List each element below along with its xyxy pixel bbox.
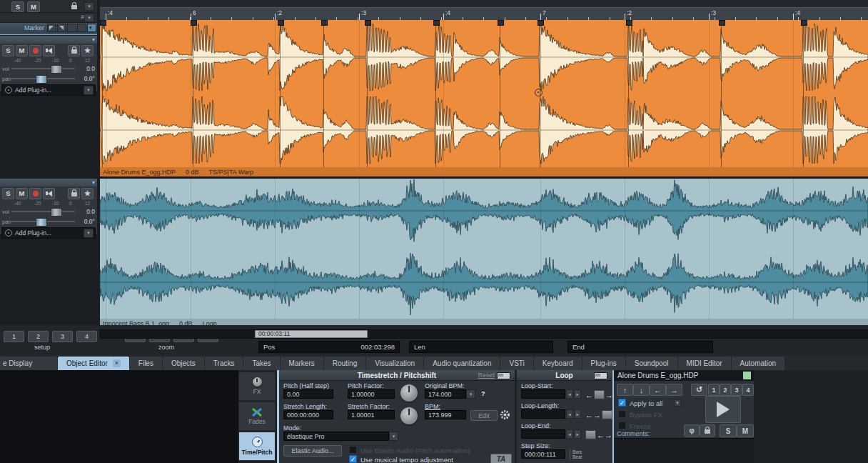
tab-objects[interactable]: Objects [163, 357, 204, 370]
bypass-fx-checkbox[interactable] [618, 410, 626, 418]
track1-volume-slider[interactable] [11, 64, 75, 73]
stretch-knob[interactable] [400, 407, 418, 424]
move-up-button[interactable]: ↑ [617, 384, 633, 396]
warp-marker-handle[interactable] [365, 20, 371, 26]
loop-end-inc[interactable]: ▸ [574, 429, 581, 439]
warp-marker-line[interactable] [803, 20, 804, 167]
setup-preset-1[interactable]: 1 [4, 331, 24, 342]
track2-lock-button[interactable] [68, 188, 80, 199]
object-handle-icon[interactable] [535, 89, 542, 96]
marker-track[interactable]: Marker ▾ [0, 23, 97, 33]
mode-select[interactable]: élastique Pro [283, 432, 389, 441]
volume-handle[interactable] [51, 208, 62, 216]
track2-favorite-button[interactable]: ★ [81, 188, 94, 199]
tab-takes[interactable]: Takes [243, 357, 279, 370]
apply-to-all-checkbox[interactable]: ✓ [618, 399, 626, 407]
play-button[interactable] [705, 396, 741, 423]
lock-icon[interactable] [71, 5, 77, 9]
timeline-ruler[interactable]: :46:2:3:47:2:3:4 [100, 0, 868, 20]
bpm-help-icon[interactable]: ? [481, 390, 485, 397]
object-lock-button[interactable] [700, 424, 715, 437]
mute-all-button[interactable]: M [27, 1, 40, 12]
stretch-length-input[interactable]: 000:00:000 [283, 410, 333, 419]
warp-marker-handle[interactable] [433, 20, 440, 26]
warp-marker-line[interactable] [721, 20, 722, 167]
chevron-down-icon[interactable]: ▾ [92, 36, 95, 43]
tab-fades[interactable]: Fades [238, 402, 276, 431]
object-solo-button[interactable]: S [720, 424, 737, 437]
tempo-adjust-checkbox[interactable]: ✓ [349, 455, 357, 463]
horizontal-scrollbar[interactable]: 00:00:03:11 [100, 329, 868, 339]
tab-tracks[interactable]: Tracks [205, 357, 243, 370]
track2-record-button[interactable] [29, 188, 41, 199]
track1-header[interactable]: ▾ S M ★ -40-20-10012 vol 0.0 pan 0.0° [0, 36, 97, 92]
reset-link[interactable]: Reset [478, 372, 495, 379]
track1-record-button[interactable] [29, 45, 41, 56]
bass-audio-object[interactable]: Innocent Bass B 1_ogg 0 dB Loop [100, 179, 868, 328]
scrollbar-thumb[interactable]: 00:00:03:11 [255, 330, 368, 338]
marker-options-icon[interactable] [67, 24, 76, 32]
step-size-input[interactable]: 000:00:111 [521, 449, 565, 459]
track2-plugin-slot[interactable]: Add Plug-in... ▾ [1, 227, 96, 239]
phase-button[interactable]: φ [684, 424, 700, 437]
chevron-down-icon[interactable]: ▾ [92, 179, 95, 186]
tab-fx[interactable]: FX [238, 372, 276, 401]
warp-marker-handle[interactable] [100, 20, 106, 26]
loop-end-drag-icon[interactable]: ←→ [585, 430, 612, 439]
bpm-input[interactable]: 173.999 [425, 410, 466, 419]
tab-visualization[interactable]: Visualization [366, 357, 423, 370]
move-right-button[interactable]: → [666, 384, 682, 396]
setup-preset-2[interactable]: 2 [28, 331, 49, 342]
loop-length-inc[interactable]: ▸ [574, 409, 581, 419]
warp-marker-line[interactable] [435, 20, 436, 167]
plugin-dropdown-icon[interactable]: ▾ [84, 86, 94, 95]
warp-marker-line[interactable] [500, 20, 500, 167]
elastic-audio-checkbox[interactable] [349, 446, 357, 454]
track2-volume-slider[interactable] [11, 207, 75, 216]
end-field[interactable]: End [567, 341, 713, 353]
loop-start-dec[interactable]: ◂ [566, 389, 573, 399]
marker-lock-icon[interactable] [77, 24, 86, 32]
tab-routing[interactable]: Routing [324, 357, 365, 370]
warp-marker-handle[interactable] [538, 20, 544, 26]
grid-dropdown-icon[interactable]: ▾ [84, 14, 94, 22]
track2-mute-button[interactable]: M [16, 188, 28, 199]
loop-end-input[interactable] [521, 429, 565, 439]
pan-handle[interactable] [36, 75, 47, 84]
tab-soundpool[interactable]: Soundpool [626, 357, 677, 370]
object-preset-4[interactable]: 4 [742, 384, 754, 396]
elastic-audio-button[interactable]: Elastic Audio... [283, 445, 342, 457]
tab-plug-ins[interactable]: Plug-ins [582, 357, 625, 370]
volume-handle[interactable] [51, 65, 62, 74]
tab-files[interactable]: Files [130, 357, 162, 370]
move-left-button[interactable]: ← [650, 384, 666, 396]
track1-monitor-button[interactable] [43, 45, 55, 56]
loop-length-input[interactable] [521, 409, 565, 419]
comments-box[interactable] [614, 438, 754, 463]
pan-handle[interactable] [36, 218, 47, 226]
warp-marker-handle[interactable] [801, 20, 807, 26]
track1-favorite-button[interactable]: ★ [81, 45, 94, 56]
warp-marker-line[interactable] [323, 20, 324, 167]
pitch-factor-input[interactable]: 1.00000 [348, 389, 395, 399]
length-field[interactable]: Len [409, 341, 553, 353]
loop-length-dec[interactable]: ◂ [566, 409, 573, 419]
tab-keyboard[interactable]: Keyboard [534, 357, 582, 370]
ruler-band[interactable]: :46:2:3:47:2:3:4 [100, 7, 868, 21]
warp-marker-handle[interactable] [626, 20, 632, 26]
track1-solo-button[interactable]: S [2, 45, 14, 56]
tab-automation[interactable]: Automation [732, 357, 785, 370]
setup-preset-3[interactable]: 3 [52, 331, 73, 342]
edit-button[interactable]: Edit [470, 410, 498, 421]
marker-flag-icon[interactable] [47, 24, 56, 32]
track2-solo-button[interactable]: S [2, 188, 14, 199]
track1-pan-slider[interactable] [11, 74, 75, 83]
object-color-swatch[interactable] [743, 372, 751, 379]
stretch-factor-input[interactable]: 1.00001 [348, 410, 395, 419]
track2-pan-slider[interactable] [11, 217, 75, 226]
warp-marker-handle[interactable] [191, 20, 197, 26]
warp-marker-handle[interactable] [719, 20, 725, 26]
gear-icon[interactable] [500, 409, 510, 420]
tab-object-editor[interactable]: Object Editor× [58, 357, 129, 370]
setup-preset-4[interactable]: 4 [76, 331, 97, 342]
